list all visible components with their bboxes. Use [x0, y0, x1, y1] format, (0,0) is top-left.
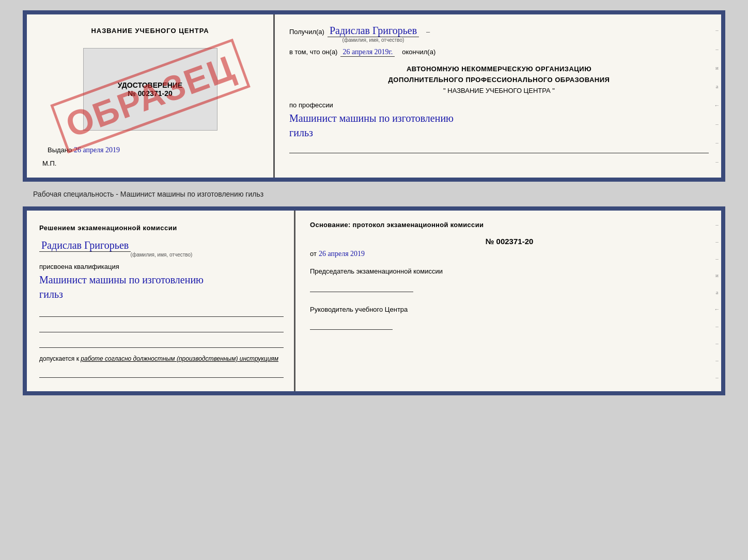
commission-title: Решением экзаменационной комиссии — [39, 223, 284, 233]
dopuskaetsya-text: работе согласно должностным (производств… — [81, 355, 278, 362]
poluchil-row: Получил(а) Радислав Григорьев (фамилия, … — [289, 25, 709, 43]
side-dash2: – — [715, 46, 719, 52]
vydano-line: Выдано 26 апреля 2019 — [48, 146, 120, 154]
dopuskaetsya-prefix: допускается к — [39, 355, 79, 362]
poluchil-label: Получил(а) — [289, 28, 324, 36]
org-line2: ДОПОЛНИТЕЛЬНОГО ПРОФЕССИОНАЛЬНОГО ОБРАЗО… — [289, 75, 709, 86]
bottom-fio-caption: (фамилия, имя, отчество) — [39, 252, 284, 258]
osnov-title: Основание: протокол экзаменационной коми… — [310, 221, 709, 229]
profession-line2: гильз — [289, 125, 709, 140]
side-a: а — [716, 84, 719, 89]
rukovoditel-label: Руководитель учебного Центра — [310, 305, 709, 315]
bottom-doc-right: Основание: протокол экзаменационной коми… — [295, 211, 721, 391]
org-block: АВТОНОМНУЮ НЕКОММЕРЧЕСКУЮ ОРГАНИЗАЦИЮ ДО… — [289, 64, 709, 96]
side-dash3: – — [715, 121, 719, 127]
predsedatel-label: Председатель экзаменационной комиссии — [310, 266, 709, 277]
side-dash4: – — [715, 140, 719, 146]
recipient-name-container: Радислав Григорьев (фамилия, имя, отчест… — [328, 25, 419, 43]
bottom-date: 26 апреля 2019 — [319, 250, 365, 258]
org-line3: " НАЗВАНИЕ УЧЕБНОГО ЦЕНТРА " — [289, 86, 709, 97]
predsedatel-sig-line — [310, 280, 413, 292]
bottom-kvalif-line2: гильз — [39, 287, 284, 301]
org-line1: АВТОНОМНУЮ НЕКОММЕРЧЕСКУЮ ОРГАНИЗАЦИЮ — [289, 64, 709, 75]
top-left-title: НАЗВАНИЕ УЧЕБНОГО ЦЕНТРА — [91, 27, 209, 35]
side-dash1: – — [715, 27, 719, 33]
okonchil-label: окончил(а) — [402, 48, 435, 56]
b-side-dash5: – — [715, 340, 719, 346]
top-doc-left: НАЗВАНИЕ УЧЕБНОГО ЦЕНТРА УДОСТОВЕРЕНИЕ №… — [27, 14, 275, 178]
b-side-a: а — [716, 289, 719, 295]
vtom-date: 26 апреля 2019г. — [340, 48, 395, 57]
dopuskaetsya-block: допускается к работе согласно должностны… — [39, 355, 284, 362]
underline-1 — [289, 142, 709, 153]
bottom-doc-left: Решением экзаменационной комиссии Радисл… — [27, 211, 295, 391]
side-deco-top: – – и а ← – – – — [713, 14, 721, 178]
vtom-label: в том, что он(а) — [289, 48, 337, 56]
predsedatel-block: Председатель экзаменационной комиссии — [310, 266, 709, 292]
top-doc-right: Получил(а) Радислав Григорьев (фамилия, … — [275, 14, 721, 178]
fio-caption-top: (фамилия, имя, отчество) — [328, 37, 419, 43]
b-side-dash1: – — [715, 221, 719, 228]
sig-line-4 — [39, 365, 284, 378]
side-deco-bottom: – – – и а ← – – – – — [713, 211, 721, 391]
bottom-recipient-name: Радислав Григорьев — [39, 239, 131, 252]
b-side-dash3: – — [715, 255, 719, 262]
sig-line-1 — [39, 305, 284, 317]
bottom-kvalif-line1: Машинист машины по изготовлению — [39, 273, 284, 287]
vydano-prefix: Выдано — [48, 146, 72, 154]
udostoverenie-box: УДОСТОВЕРЕНИЕ № 002371-20 — [83, 48, 217, 131]
bottom-document: Решением экзаменационной комиссии Радисл… — [23, 206, 725, 395]
bottom-date-line: от26 апреля 2019 — [310, 250, 709, 258]
sig-line-3 — [39, 335, 284, 348]
b-side-dash7: – — [715, 374, 719, 380]
b-side-i: и — [715, 272, 719, 278]
b-side-dash2: – — [715, 238, 719, 245]
po-professii-label: по профессии — [289, 101, 709, 109]
mp-line: М.П. — [42, 159, 56, 167]
dash1: – — [426, 28, 430, 36]
bottom-number: № 002371-20 — [310, 237, 709, 246]
side-dash5: – — [715, 159, 719, 165]
b-side-arrow: ← — [714, 306, 720, 312]
between-label: Рабочая специальность - Машинист машины … — [33, 190, 263, 198]
udostoverenie-number: № 002371-20 — [128, 89, 172, 98]
date-prefix: от — [310, 250, 317, 258]
b-side-dash4: – — [715, 323, 719, 329]
profession-line1: Машинист машины по изготовлению — [289, 111, 709, 125]
rukovoditel-sig-line — [310, 317, 393, 330]
vydano-date: 26 апреля 2019 — [74, 146, 120, 154]
bottom-name-container: Радислав Григорьев (фамилия, имя, отчест… — [39, 239, 284, 258]
b-side-dash6: – — [715, 357, 719, 363]
sig-line-2 — [39, 320, 284, 332]
rukovoditel-block: Руководитель учебного Центра — [310, 305, 709, 330]
vtom-row: в том, что он(а) 26 апреля 2019г. окончи… — [289, 48, 709, 57]
udostoverenie-label: УДОСТОВЕРЕНИЕ — [118, 81, 182, 89]
recipient-name: Радислав Григорьев — [328, 25, 419, 37]
prisvoena-text: присвоена квалификация — [39, 263, 284, 270]
top-document: НАЗВАНИЕ УЧЕБНОГО ЦЕНТРА УДОСТОВЕРЕНИЕ №… — [23, 10, 725, 182]
side-i: и — [715, 65, 719, 71]
side-arrow: ← — [714, 103, 720, 108]
